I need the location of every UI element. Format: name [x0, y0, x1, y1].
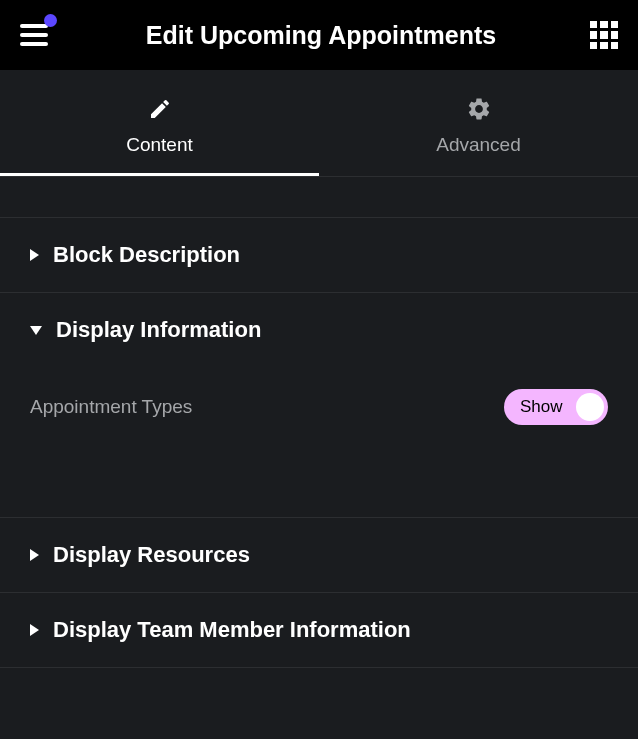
topbar: Edit Upcoming Appointments: [0, 0, 638, 70]
chevron-right-icon: [30, 249, 39, 261]
section-header-display-team-member[interactable]: Display Team Member Information: [0, 593, 638, 667]
notification-badge-icon: [44, 14, 57, 27]
toggle-appointment-types[interactable]: Show: [504, 389, 608, 425]
section-block-description: Block Description: [0, 217, 638, 293]
section-body-display-information: Appointment Types Show: [0, 367, 638, 517]
page-title: Edit Upcoming Appointments: [52, 21, 590, 50]
section-title-display-information: Display Information: [56, 317, 261, 343]
tab-advanced[interactable]: Advanced: [319, 78, 638, 176]
section-display-information: Display Information Appointment Types Sh…: [0, 293, 638, 518]
chevron-right-icon: [30, 624, 39, 636]
section-header-display-information[interactable]: Display Information: [0, 293, 638, 367]
section-title-block-description: Block Description: [53, 242, 240, 268]
section-display-team-member: Display Team Member Information: [0, 593, 638, 668]
sections-container: Block Description Display Information Ap…: [0, 177, 638, 668]
tabs: Content Advanced: [0, 78, 638, 177]
toggle-label-appointment-types: Show: [520, 397, 563, 417]
row-label-appointment-types: Appointment Types: [30, 396, 192, 418]
apps-grid-button[interactable]: [590, 21, 618, 49]
section-header-display-resources[interactable]: Display Resources: [0, 518, 638, 592]
row-appointment-types: Appointment Types Show: [30, 377, 608, 437]
menu-button[interactable]: [20, 19, 52, 51]
pencil-icon: [147, 96, 173, 122]
tab-advanced-label: Advanced: [436, 134, 521, 156]
chevron-down-icon: [30, 326, 42, 335]
section-display-resources: Display Resources: [0, 518, 638, 593]
section-header-block-description[interactable]: Block Description: [0, 218, 638, 292]
toggle-knob-icon: [576, 393, 604, 421]
tab-content[interactable]: Content: [0, 78, 319, 176]
gear-icon: [466, 96, 492, 122]
chevron-right-icon: [30, 549, 39, 561]
section-title-display-resources: Display Resources: [53, 542, 250, 568]
tab-content-label: Content: [126, 134, 193, 156]
section-title-display-team-member: Display Team Member Information: [53, 617, 411, 643]
